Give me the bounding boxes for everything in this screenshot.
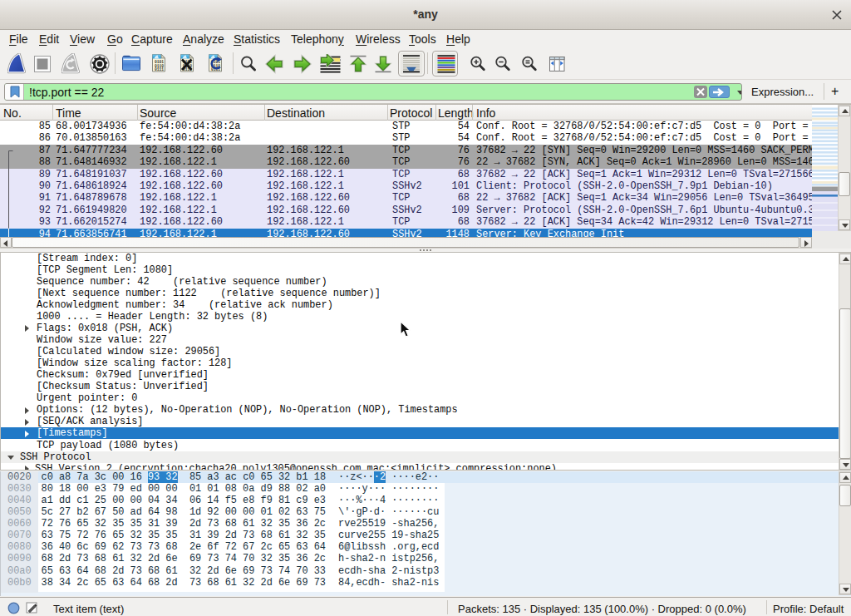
- svg-text:0111: 0111: [155, 67, 164, 71]
